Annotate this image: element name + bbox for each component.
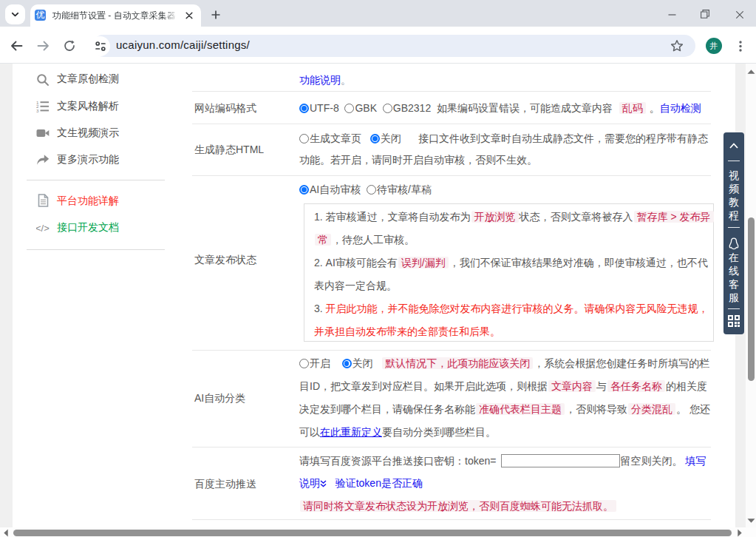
svg-text:</>: </> [36,223,50,234]
svg-text:3: 3 [36,108,39,113]
